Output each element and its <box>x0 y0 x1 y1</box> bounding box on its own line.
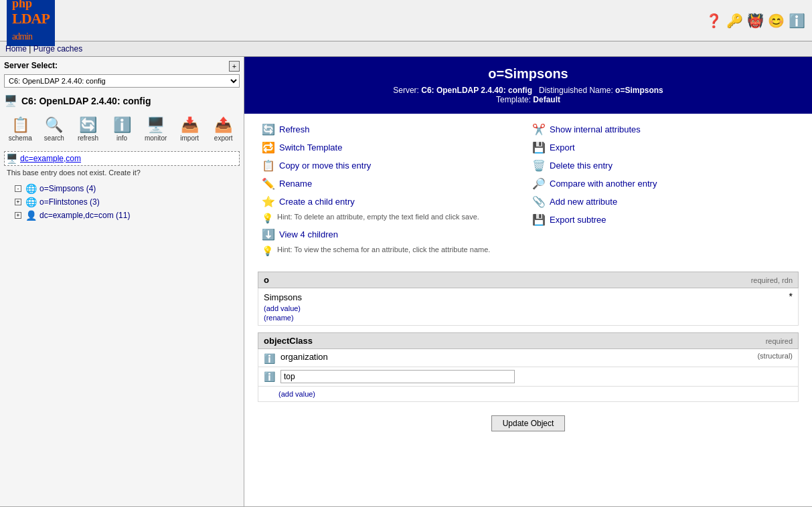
action-view-children-link[interactable]: View 4 children <box>279 229 338 239</box>
info-icon: ℹ️ <box>113 116 131 134</box>
main-layout: + Server Select: C6: OpenLDAP 2.4.40: co… <box>0 57 812 506</box>
refresh-icon: 🔄 <box>79 116 97 134</box>
action-show-internal-link[interactable]: Show internal attributes <box>550 124 641 134</box>
action-view-children[interactable]: ⬇️ View 4 children <box>258 225 528 243</box>
hint-schema-icon: 💡 <box>262 245 273 256</box>
action-rename-link[interactable]: Rename <box>279 179 312 189</box>
flintstones-link[interactable]: o=Flintstones (3) <box>39 197 100 207</box>
purge-caches-link[interactable]: Purge caches <box>33 44 82 54</box>
action-compare[interactable]: 🔎 Compare with another entry <box>528 175 799 193</box>
toolbar-monitor-label: monitor <box>145 134 167 142</box>
action-delete-link[interactable]: Delete this entry <box>550 161 613 171</box>
base-entry-icon: 🖥️ <box>6 153 17 164</box>
action-refresh[interactable]: 🔄 Refresh <box>258 120 528 138</box>
add-value-o-link[interactable]: (add value) <box>264 304 301 312</box>
monitor-icon: 🖥️ <box>147 116 165 134</box>
action-show-internal-icon: ✂️ <box>532 123 546 136</box>
action-view-children-icon: ⬇️ <box>262 228 275 241</box>
toolbar-export[interactable]: 📤 export <box>207 115 240 143</box>
attr-name-o: o <box>264 275 269 285</box>
create-notice: This base entry does not exist. Create i… <box>4 169 240 177</box>
action-switch-template-link[interactable]: Switch Template <box>279 142 342 153</box>
action-export-icon: 💾 <box>532 141 546 154</box>
action-export-subtree[interactable]: 💾 Export subtree <box>528 211 799 229</box>
hint-delete: 💡 Hint: To delete an attribute, empty th… <box>258 211 528 225</box>
tree-item-flintstones[interactable]: + 🌐 o=Flintstones (3) <box>15 195 240 209</box>
action-delete[interactable]: 🗑️ Delete this entry <box>528 157 799 175</box>
home-link[interactable]: Home <box>5 44 27 54</box>
entry-header-info: Server: C6: OpenLDAP 2.4.40: config Dist… <box>258 86 799 104</box>
entry-server: C6: OpenLDAP 2.4.40: config <box>421 86 532 95</box>
attr-info-icon-org[interactable]: ℹ️ <box>264 353 275 364</box>
action-add-attr[interactable]: 📎 Add new attribute <box>528 193 799 211</box>
actions-grid: 🔄 Refresh 🔁 Switch Template 📋 Copy or mo… <box>258 120 799 258</box>
toolbar-monitor[interactable]: 🖥️ monitor <box>139 115 172 143</box>
tree-item-dcexample[interactable]: + 👤 dc=example,dc=com (11) <box>15 209 240 222</box>
add-value-objectclass-link[interactable]: (add value) <box>278 390 315 398</box>
entry-dn: o=Simpsons <box>615 86 663 95</box>
server-heading-text: C6: OpenLDAP 2.4.40: config <box>21 96 151 106</box>
angry-icon[interactable]: 👹 <box>747 13 764 29</box>
base-entry-link[interactable]: dc=example,com <box>20 154 81 163</box>
expand-simpsons[interactable]: - <box>15 185 21 192</box>
export-icon: 📤 <box>214 116 232 134</box>
smile-icon[interactable]: 😊 <box>768 13 785 29</box>
toolbar-search[interactable]: 🔍 search <box>38 115 71 143</box>
tree-item-simpsons[interactable]: - 🌐 o=Simpsons (4) <box>15 182 240 195</box>
help-icon[interactable]: ❓ <box>706 13 722 29</box>
info-circle-icon[interactable]: ℹ️ <box>789 13 805 29</box>
key-icon[interactable]: 🔑 <box>726 13 743 29</box>
flintstones-icon: 🌐 <box>25 197 37 207</box>
update-btn-row: Update Object <box>258 409 799 438</box>
attr-value-simpsons: Simpsons <box>264 291 784 304</box>
entry-header: o=Simpsons Server: C6: OpenLDAP 2.4.40: … <box>244 57 812 114</box>
simpsons-link[interactable]: o=Simpsons (4) <box>39 184 96 193</box>
action-show-internal[interactable]: ✂️ Show internal attributes <box>528 120 799 138</box>
content-area: o=Simpsons Server: C6: OpenLDAP 2.4.40: … <box>244 57 812 506</box>
hint-schema-text: Hint: To view the schema for an attribut… <box>277 245 490 254</box>
action-switch-template[interactable]: 🔁 Switch Template <box>258 138 528 157</box>
action-refresh-icon: 🔄 <box>262 123 275 136</box>
action-create-child[interactable]: ⭐ Create a child entry <box>258 193 528 211</box>
action-create-child-icon: ⭐ <box>262 195 275 208</box>
action-add-attr-link[interactable]: Add new attribute <box>550 197 617 207</box>
action-export-link[interactable]: Export <box>550 142 575 153</box>
toolbar-schema[interactable]: 📋 schema <box>4 115 37 143</box>
action-create-child-link[interactable]: Create a child entry <box>279 197 355 207</box>
server-select-dropdown[interactable]: C6: OpenLDAP 2.4.40: config <box>4 74 240 88</box>
attr-row-organization: ℹ️ organization (structural) <box>258 349 799 367</box>
simpsons-icon: 🌐 <box>25 183 37 194</box>
action-compare-link[interactable]: Compare with another entry <box>550 179 657 189</box>
update-object-button[interactable]: Update Object <box>491 415 566 431</box>
action-export[interactable]: 💾 Export <box>528 138 799 157</box>
toolbar-schema-label: schema <box>9 134 32 142</box>
toolbar-refresh[interactable]: 🔄 refresh <box>72 115 104 143</box>
toolbar-info[interactable]: ℹ️ info <box>106 115 139 143</box>
attr-value-org-col: organization <box>280 352 752 362</box>
action-copy-icon: 📋 <box>262 159 275 172</box>
dcexample-link[interactable]: dc=example,dc=com (11) <box>39 211 130 220</box>
nav-separator: | <box>29 44 31 54</box>
action-export-subtree-link[interactable]: Export subtree <box>550 215 606 225</box>
sidebar-collapse-btn[interactable]: + <box>229 61 240 72</box>
attr-input-top[interactable] <box>280 370 515 383</box>
expand-flintstones[interactable]: + <box>15 199 21 205</box>
top-bar: php LDAPadmin ❓ 🔑 👹 😊 ℹ️ <box>0 0 812 41</box>
expand-dcexample[interactable]: + <box>15 212 21 219</box>
schema-icon: 📋 <box>11 116 29 134</box>
action-export-subtree-icon: 💾 <box>532 213 546 226</box>
sidebar-title: Server Select: <box>4 61 240 70</box>
rename-o-link[interactable]: (rename) <box>264 314 294 322</box>
attr-value-top-col <box>280 370 793 383</box>
action-copy-move[interactable]: 📋 Copy or move this entry <box>258 157 528 175</box>
toolbar-info-label: info <box>116 134 127 142</box>
attr-value-o: Simpsons (add value) (rename) <box>264 291 784 322</box>
logo: php LDAPadmin <box>7 0 55 46</box>
action-delete-icon: 🗑️ <box>532 159 546 172</box>
attr-info-icon-top[interactable]: ℹ️ <box>264 371 275 382</box>
action-rename[interactable]: ✏️ Rename <box>258 175 528 193</box>
toolbar-import[interactable]: 📥 import <box>173 115 206 143</box>
action-refresh-link[interactable]: Refresh <box>279 124 310 134</box>
attr-header-objectclass: objectClass required <box>258 332 799 349</box>
action-copy-link[interactable]: Copy or move this entry <box>279 161 371 171</box>
